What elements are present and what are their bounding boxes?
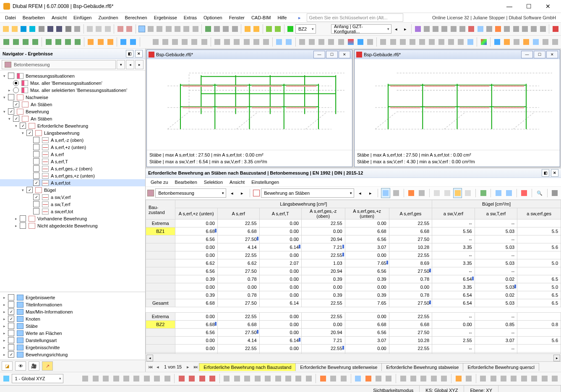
toolbar-button[interactable] (467, 24, 475, 34)
toolbar-button[interactable] (161, 37, 170, 47)
table-tab-active[interactable]: Erforderliche Bewehrung nach Bauzustand (199, 363, 296, 371)
toolbar-button[interactable] (287, 24, 295, 34)
save-icon[interactable] (55, 24, 63, 34)
settings-icon[interactable] (550, 188, 559, 198)
table-tab[interactable]: Erforderliche Bewehrung querscl (463, 363, 539, 371)
toolbar-button[interactable] (232, 37, 241, 47)
tree-item[interactable]: Bewehrung (25, 109, 49, 114)
toolbar-button[interactable] (10, 24, 18, 34)
toolbar-button[interactable] (317, 37, 326, 47)
toolbar-button[interactable] (539, 24, 547, 34)
menu-item[interactable]: Bearbeiten (172, 179, 201, 186)
toolbar-button[interactable] (132, 374, 141, 384)
toolbar-button[interactable] (243, 24, 251, 34)
toolbar-button[interactable] (432, 24, 440, 34)
data-grid[interactable]: Bau-zustandLängsbewehrung [cm²]Bügel [cm… (146, 200, 561, 353)
tree-item[interactable]: Längsbewehrung (43, 131, 79, 136)
tree-item[interactable]: A s,erf,+z (unten) (50, 145, 86, 150)
toolbar-button[interactable] (95, 24, 103, 34)
toolbar-button[interactable] (190, 37, 199, 47)
toolbar-button[interactable] (116, 24, 124, 34)
toolbar-button[interactable] (138, 24, 146, 34)
toolbar-button[interactable] (54, 37, 63, 47)
toolbar-button[interactable] (408, 37, 417, 47)
toolbar-button[interactable] (20, 24, 28, 34)
toolbar-button[interactable] (147, 24, 155, 34)
toolbar-button[interactable] (454, 374, 463, 384)
combo-next-icon[interactable]: ▸ (135, 60, 144, 69)
option-item[interactable]: ▸Ergebniswerte (0, 294, 145, 301)
tool-button[interactable] (407, 188, 416, 198)
tree-item[interactable]: A s,erf,-z (oben) (50, 138, 83, 143)
toolbar-button[interactable] (429, 374, 438, 384)
toolbar-button[interactable] (91, 374, 100, 384)
close-icon[interactable]: ✕ (135, 50, 143, 57)
toolbar-button[interactable] (183, 24, 190, 34)
keyword-search-input[interactable]: Geben Sie ein Schlüsselwort ein (Alt... (307, 13, 403, 22)
option-item[interactable]: ▸Stäbe (0, 322, 145, 329)
toolbar-button[interactable] (86, 37, 95, 47)
menu-item[interactable]: Berechnen (122, 14, 151, 21)
toolbar-button[interactable] (458, 24, 466, 34)
toolbar-button[interactable] (414, 24, 422, 34)
toolbar-button[interactable] (204, 24, 212, 34)
view-max-icon[interactable]: ☐ (326, 51, 338, 58)
toolbar-button[interactable] (479, 374, 488, 384)
menu-item[interactable]: Ansicht (48, 14, 70, 21)
menu-item[interactable]: Ansicht (226, 179, 248, 186)
toolbar-button[interactable] (339, 374, 348, 384)
toolbar-button[interactable] (356, 37, 365, 47)
toolbar-button[interactable] (171, 37, 180, 47)
option-item[interactable]: ▸Knoten (0, 315, 145, 322)
toolbar-button[interactable] (188, 374, 196, 384)
toolbar-button[interactable] (540, 374, 549, 384)
combo-dropdown-icon[interactable]: ▾ (117, 60, 125, 69)
view-min-icon[interactable]: — (313, 51, 325, 58)
config-combo[interactable]: Anfang | GZT-Konfigurati... (331, 24, 391, 34)
tool-button[interactable] (391, 188, 401, 198)
toolbar-button[interactable] (374, 374, 383, 384)
toolbar-button[interactable] (200, 37, 209, 47)
tree-item[interactable]: Max. aller selektierten 'Bemessungssitua… (29, 88, 127, 93)
toolbar-button[interactable] (379, 37, 388, 47)
toolbar-button[interactable] (464, 374, 473, 384)
toolbar-button[interactable] (493, 37, 501, 47)
toolbar-button[interactable] (104, 24, 112, 34)
toolbar-button[interactable] (86, 24, 94, 34)
toolbar-button[interactable] (180, 37, 189, 47)
prev-icon[interactable]: ◂ (154, 363, 162, 371)
toolbar-button[interactable] (308, 37, 316, 47)
menu-item[interactable]: Gehe zu (147, 179, 172, 186)
tree-item[interactable]: a sw,T,erf (50, 202, 70, 207)
save-icon[interactable] (46, 24, 54, 34)
toolbar-button[interactable] (122, 374, 130, 384)
toolbar-button[interactable] (337, 37, 345, 47)
toolbar-button[interactable] (11, 37, 20, 47)
toolbar-button[interactable] (73, 37, 82, 47)
toolbar-button[interactable] (512, 37, 521, 47)
nav-tab[interactable]: 👁 (15, 361, 26, 371)
tool-button[interactable] (504, 188, 514, 198)
toolbar-button[interactable] (427, 37, 436, 47)
toolbar-button[interactable] (44, 37, 53, 47)
table-hscroll[interactable]: ◂▸ (146, 353, 561, 361)
toolbar-button[interactable] (112, 374, 120, 384)
toolbar-button[interactable] (327, 37, 336, 47)
tool-button[interactable] (381, 188, 390, 198)
viewport[interactable] (147, 59, 352, 150)
toolbar-button[interactable] (163, 374, 172, 384)
toolbar-button[interactable] (551, 37, 559, 47)
tree-item[interactable]: A s,erf,ges,-z (oben) (50, 166, 92, 171)
close-button[interactable]: ✕ (538, 0, 558, 13)
menu-item[interactable]: Extras (180, 14, 200, 21)
toolbar-button[interactable] (164, 24, 172, 34)
menu-item[interactable]: Selektion (201, 179, 226, 186)
toolbar-button[interactable] (389, 37, 397, 47)
menu-item[interactable]: Bearbeiten (19, 14, 48, 21)
tool-button[interactable] (463, 188, 472, 198)
toolbar-button[interactable] (223, 37, 232, 47)
bz-combo[interactable]: BZ2 (295, 24, 316, 34)
toolbar-button[interactable] (29, 24, 37, 34)
toolbar-button[interactable] (274, 374, 282, 384)
toolbar-button[interactable] (275, 37, 284, 47)
